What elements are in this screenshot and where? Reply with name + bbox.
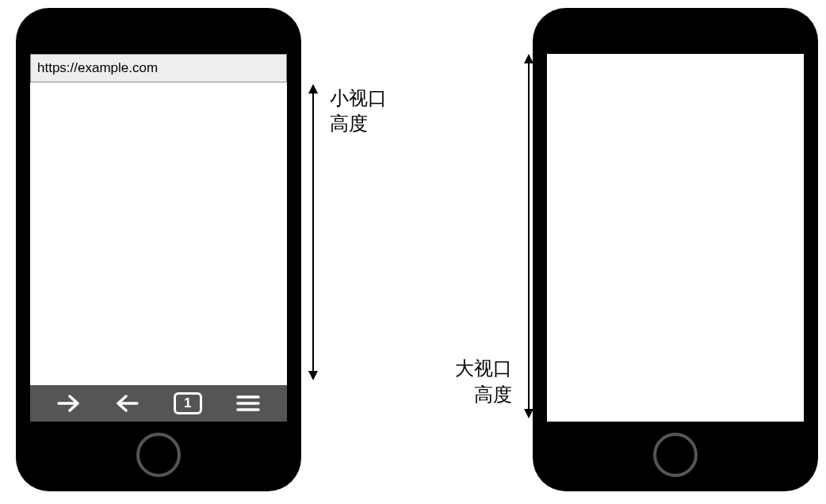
home-button-left[interactable] <box>136 433 181 477</box>
small-viewport-label-line2: 高度 <box>330 111 387 136</box>
large-viewport-annotation: 大视口 高度 <box>455 55 530 417</box>
hamburger-menu-icon[interactable] <box>236 394 260 413</box>
large-viewport-label: 大视口 高度 <box>455 356 512 407</box>
small-viewport-annotation: 小视口 高度 <box>308 86 387 379</box>
large-viewport-label-line1: 大视口 <box>455 356 512 381</box>
large-viewport-arrow <box>528 55 530 417</box>
forward-arrow-icon[interactable] <box>57 393 81 414</box>
tab-count: 1 <box>184 395 191 411</box>
url-bar[interactable]: https://example.com <box>30 54 287 82</box>
back-arrow-icon[interactable] <box>115 393 139 414</box>
right-phone-frame <box>533 8 818 491</box>
small-viewport-area <box>30 82 287 385</box>
left-phone-group: https://example.com 1 <box>16 8 301 491</box>
small-viewport-label: 小视口 高度 <box>330 86 387 137</box>
large-viewport-label-line2: 高度 <box>455 382 512 407</box>
home-button-right[interactable] <box>653 433 698 477</box>
tabs-badge-icon[interactable]: 1 <box>174 392 202 414</box>
large-viewport-area <box>547 54 804 422</box>
url-text: https://example.com <box>37 60 158 76</box>
diagram-container: https://example.com 1 <box>0 0 826 499</box>
browser-bottom-bar: 1 <box>30 385 287 422</box>
small-viewport-arrow <box>312 86 314 379</box>
left-phone-screen: https://example.com 1 <box>30 54 287 422</box>
right-phone-group <box>533 8 818 491</box>
small-viewport-label-line1: 小视口 <box>330 86 387 111</box>
right-phone-screen <box>547 54 804 422</box>
left-phone-frame: https://example.com 1 <box>16 8 301 491</box>
